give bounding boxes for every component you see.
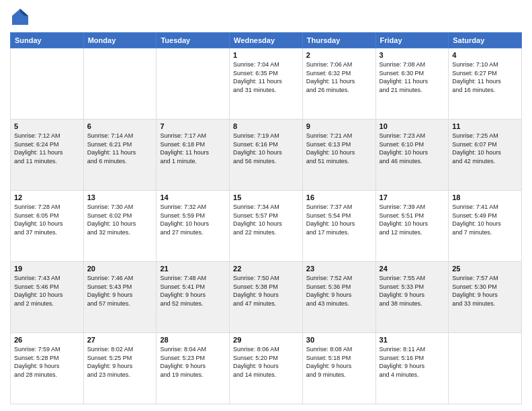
day-info: Sunrise: 7:08 AM Sunset: 6:30 PM Dayligh… [380,60,445,94]
day-info: Sunrise: 7:34 AM Sunset: 5:57 PM Dayligh… [233,203,299,236]
day-info: Sunrise: 7:37 AM Sunset: 5:54 PM Dayligh… [306,203,372,236]
day-number: 3 [380,51,445,59]
calendar-cell: 8Sunrise: 7:19 AM Sunset: 6:16 PM Daylig… [230,120,303,191]
calendar-cell: 11Sunrise: 7:25 AM Sunset: 6:07 PM Dayli… [449,120,522,191]
day-info: Sunrise: 8:02 AM Sunset: 5:25 PM Dayligh… [87,345,153,379]
day-number: 9 [306,122,372,130]
calendar-cell: 28Sunrise: 8:04 AM Sunset: 5:23 PM Dayli… [157,333,230,404]
day-info: Sunrise: 8:04 AM Sunset: 5:23 PM Dayligh… [160,345,226,379]
calendar-cell: 22Sunrise: 7:50 AM Sunset: 5:38 PM Dayli… [230,262,303,333]
day-number: 17 [380,193,445,201]
calendar-cell [157,48,230,120]
day-number: 16 [306,193,372,201]
calendar-cell: 6Sunrise: 7:14 AM Sunset: 6:21 PM Daylig… [83,120,157,191]
calendar-cell: 18Sunrise: 7:41 AM Sunset: 5:49 PM Dayli… [449,191,522,262]
day-number: 11 [452,122,518,130]
calendar-cell: 31Sunrise: 8:11 AM Sunset: 5:16 PM Dayli… [375,333,449,404]
calendar-cell: 13Sunrise: 7:30 AM Sunset: 6:02 PM Dayli… [83,191,157,262]
day-info: Sunrise: 7:12 AM Sunset: 6:24 PM Dayligh… [14,132,80,165]
day-info: Sunrise: 7:19 AM Sunset: 6:16 PM Dayligh… [233,132,299,165]
day-info: Sunrise: 7:17 AM Sunset: 6:18 PM Dayligh… [160,132,226,165]
logo-icon [10,7,30,27]
day-number: 27 [87,336,153,344]
week-row-3: 19Sunrise: 7:43 AM Sunset: 5:46 PM Dayli… [11,262,522,333]
day-number: 28 [160,336,226,344]
day-number: 29 [233,336,299,344]
day-number: 10 [380,122,445,130]
day-info: Sunrise: 7:55 AM Sunset: 5:33 PM Dayligh… [380,274,445,308]
day-info: Sunrise: 7:23 AM Sunset: 6:10 PM Dayligh… [380,132,445,165]
day-number: 20 [87,265,153,273]
day-info: Sunrise: 7:21 AM Sunset: 6:13 PM Dayligh… [306,132,372,165]
day-info: Sunrise: 8:08 AM Sunset: 5:18 PM Dayligh… [306,345,372,379]
calendar-cell: 16Sunrise: 7:37 AM Sunset: 5:54 PM Dayli… [302,191,375,262]
calendar-cell: 24Sunrise: 7:55 AM Sunset: 5:33 PM Dayli… [375,262,449,333]
day-number: 8 [233,122,299,130]
calendar-cell: 12Sunrise: 7:28 AM Sunset: 6:05 PM Dayli… [11,191,84,262]
day-info: Sunrise: 7:10 AM Sunset: 6:27 PM Dayligh… [452,60,518,94]
day-number: 12 [14,193,80,201]
day-info: Sunrise: 7:59 AM Sunset: 5:28 PM Dayligh… [14,345,80,379]
calendar-cell: 29Sunrise: 8:06 AM Sunset: 5:20 PM Dayli… [230,333,303,404]
day-number: 2 [306,51,372,59]
day-info: Sunrise: 7:46 AM Sunset: 5:43 PM Dayligh… [87,274,153,308]
day-header-thursday: Thursday [302,33,375,48]
calendar: SundayMondayTuesdayWednesdayThursdayFrid… [10,32,522,404]
calendar-cell [11,48,84,120]
day-info: Sunrise: 7:28 AM Sunset: 6:05 PM Dayligh… [14,203,80,236]
week-row-4: 26Sunrise: 7:59 AM Sunset: 5:28 PM Dayli… [11,333,522,404]
day-header-monday: Monday [83,33,157,48]
day-info: Sunrise: 7:50 AM Sunset: 5:38 PM Dayligh… [233,274,299,308]
calendar-cell [83,48,157,120]
day-info: Sunrise: 8:06 AM Sunset: 5:20 PM Dayligh… [233,345,299,379]
day-header-saturday: Saturday [449,33,522,48]
calendar-header-row: SundayMondayTuesdayWednesdayThursdayFrid… [11,33,522,48]
day-info: Sunrise: 7:25 AM Sunset: 6:07 PM Dayligh… [452,132,518,165]
calendar-cell: 10Sunrise: 7:23 AM Sunset: 6:10 PM Dayli… [375,120,449,191]
day-number: 25 [452,265,518,273]
calendar-cell: 2Sunrise: 7:06 AM Sunset: 6:32 PM Daylig… [302,48,375,120]
week-row-2: 12Sunrise: 7:28 AM Sunset: 6:05 PM Dayli… [11,191,522,262]
calendar-cell: 23Sunrise: 7:52 AM Sunset: 5:36 PM Dayli… [302,262,375,333]
day-number: 15 [233,193,299,201]
day-number: 14 [160,193,226,201]
day-header-sunday: Sunday [11,33,84,48]
week-row-0: 1Sunrise: 7:04 AM Sunset: 6:35 PM Daylig… [11,48,522,120]
day-number: 6 [87,122,153,130]
week-row-1: 5Sunrise: 7:12 AM Sunset: 6:24 PM Daylig… [11,120,522,191]
calendar-cell: 20Sunrise: 7:46 AM Sunset: 5:43 PM Dayli… [83,262,157,333]
calendar-cell: 30Sunrise: 8:08 AM Sunset: 5:18 PM Dayli… [302,333,375,404]
logo [10,7,33,27]
calendar-cell [449,333,522,404]
day-info: Sunrise: 7:06 AM Sunset: 6:32 PM Dayligh… [306,60,372,94]
calendar-cell: 4Sunrise: 7:10 AM Sunset: 6:27 PM Daylig… [449,48,522,120]
day-info: Sunrise: 8:11 AM Sunset: 5:16 PM Dayligh… [380,345,445,379]
day-number: 22 [233,265,299,273]
calendar-cell: 7Sunrise: 7:17 AM Sunset: 6:18 PM Daylig… [157,120,230,191]
calendar-cell: 26Sunrise: 7:59 AM Sunset: 5:28 PM Dayli… [11,333,84,404]
day-number: 5 [14,122,80,130]
calendar-cell: 9Sunrise: 7:21 AM Sunset: 6:13 PM Daylig… [302,120,375,191]
day-number: 1 [233,51,299,59]
calendar-cell: 15Sunrise: 7:34 AM Sunset: 5:57 PM Dayli… [230,191,303,262]
calendar-cell: 1Sunrise: 7:04 AM Sunset: 6:35 PM Daylig… [230,48,303,120]
calendar-cell: 21Sunrise: 7:48 AM Sunset: 5:41 PM Dayli… [157,262,230,333]
day-number: 18 [452,193,518,201]
calendar-cell: 27Sunrise: 8:02 AM Sunset: 5:25 PM Dayli… [83,333,157,404]
day-info: Sunrise: 7:30 AM Sunset: 6:02 PM Dayligh… [87,203,153,236]
day-number: 23 [306,265,372,273]
day-info: Sunrise: 7:57 AM Sunset: 5:30 PM Dayligh… [452,274,518,308]
day-number: 13 [87,193,153,201]
calendar-cell: 5Sunrise: 7:12 AM Sunset: 6:24 PM Daylig… [11,120,84,191]
day-info: Sunrise: 7:43 AM Sunset: 5:46 PM Dayligh… [14,274,80,308]
calendar-cell: 19Sunrise: 7:43 AM Sunset: 5:46 PM Dayli… [11,262,84,333]
day-info: Sunrise: 7:52 AM Sunset: 5:36 PM Dayligh… [306,274,372,308]
day-number: 19 [14,265,80,273]
day-number: 4 [452,51,518,59]
day-number: 21 [160,265,226,273]
day-number: 26 [14,336,80,344]
day-number: 24 [380,265,445,273]
day-info: Sunrise: 7:04 AM Sunset: 6:35 PM Dayligh… [233,60,299,94]
calendar-cell: 17Sunrise: 7:39 AM Sunset: 5:51 PM Dayli… [375,191,449,262]
day-header-tuesday: Tuesday [157,33,230,48]
